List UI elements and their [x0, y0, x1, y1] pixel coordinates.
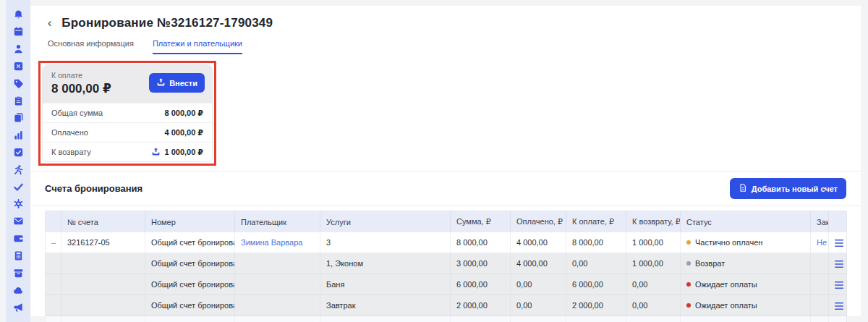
wallet-icon[interactable]	[12, 233, 24, 245]
document-add-icon	[739, 183, 747, 194]
row-menu-icon[interactable]	[829, 295, 847, 316]
add-invoice-button[interactable]: Добавить новый счет	[730, 178, 846, 199]
status-dot	[686, 282, 691, 287]
section-title: Счета бронирования	[45, 183, 142, 194]
invoices-section: Счета бронирования Добавить новый счет №…	[30, 171, 861, 322]
total-label: Итого за бронь:	[61, 316, 145, 322]
row-menu-icon[interactable]	[829, 232, 847, 253]
table-row: Общий счет бронирования Завтрак 2 000,00…	[46, 295, 847, 316]
total-due: 8 000,00	[566, 316, 626, 322]
total-sum: 8 000,00	[451, 316, 511, 322]
mail-icon[interactable]	[12, 216, 24, 227]
col-closed: Закр	[811, 211, 829, 233]
tab-bar: Основная информация Платежи и плательщик…	[30, 30, 861, 54]
cash-in-icon	[156, 77, 166, 88]
table-total-row: Итого за бронь: 8 000,00 4 000,00 8 000,…	[46, 316, 847, 322]
bell-icon[interactable]	[12, 9, 24, 20]
total-refund: 1 000,00	[626, 316, 681, 322]
checkmark-icon[interactable]	[12, 181, 24, 192]
status-badge: Ожидает оплаты	[686, 280, 804, 289]
closed-link[interactable]: Не н	[811, 232, 829, 253]
tab-payments[interactable]: Платежи и плательщики	[153, 39, 242, 54]
main-content: ‹ Бронирование №3216127-1790349 Основная…	[30, 6, 861, 316]
tab-main-info[interactable]: Основная информация	[48, 39, 134, 54]
table-header-row: № счета Номер Плательщик Услуги Сумма, ₽…	[46, 211, 847, 233]
summary-row-refund: К возврату 1 000,00 ₽	[43, 142, 212, 161]
col-due: К оплате, ₽	[566, 211, 626, 233]
bar-chart-icon[interactable]	[12, 130, 24, 141]
status-dot	[686, 303, 691, 308]
gear-icon[interactable]	[12, 198, 24, 210]
documents-icon[interactable]	[12, 112, 24, 124]
page-title: Бронирование №3216127-1790349	[61, 16, 273, 30]
archive-icon[interactable]	[12, 267, 24, 279]
status-dot	[686, 261, 691, 266]
row-menu-icon[interactable]	[829, 253, 847, 274]
table-row: Общий счет бронирования Баня 6 000,00 0,…	[46, 274, 847, 295]
refund-cash-icon[interactable]	[151, 147, 161, 158]
amount-due-block: К оплате 8 000,00 ₽ Внести	[43, 65, 212, 103]
dashboard-icon[interactable]	[12, 60, 24, 72]
payer-link[interactable]: Зимина Варвара	[235, 232, 320, 253]
invoices-table: № счета Номер Плательщик Услуги Сумма, ₽…	[45, 211, 847, 322]
clipboard-icon[interactable]	[12, 95, 24, 106]
person-running-icon[interactable]	[12, 164, 24, 175]
status-badge: Частично оплачен	[686, 238, 804, 247]
collapse-toggle[interactable]: –	[46, 232, 61, 253]
cloud-icon[interactable]	[12, 284, 24, 296]
col-invoice-number: № счета	[61, 211, 145, 233]
total-paid: 4 000,00	[511, 316, 566, 322]
col-number: Номер	[145, 211, 235, 233]
col-services: Услуги	[320, 211, 451, 233]
col-paid: Оплачено, ₽	[511, 211, 566, 233]
row-menu-icon[interactable]	[829, 274, 847, 295]
megaphone-icon[interactable]	[12, 302, 24, 313]
col-refund: К возврату, ₽	[626, 211, 681, 233]
pay-button[interactable]: Внести	[149, 73, 205, 93]
table-row: Общий счет бронирования 1, Эконом 3 000,…	[46, 253, 847, 274]
task-check-icon[interactable]	[12, 147, 24, 158]
status-badge: Ожидает оплаты	[686, 301, 804, 310]
back-chevron-icon[interactable]: ‹	[48, 17, 51, 29]
table-row: – 3216127-05 Общий счет бронирования Зим…	[46, 232, 847, 253]
status-badge: Возврат	[686, 259, 804, 268]
status-dot	[686, 240, 691, 245]
page-header: ‹ Бронирование №3216127-1790349	[30, 6, 861, 30]
user-icon[interactable]	[12, 43, 24, 55]
payment-summary-card: К оплате 8 000,00 ₽ Внести Общая сумма 8…	[42, 64, 213, 162]
tag-icon[interactable]	[12, 77, 24, 89]
summary-row-total: Общая сумма 8 000,00 ₽	[43, 103, 212, 122]
col-payer: Плательщик	[235, 211, 320, 233]
invoices-table-wrap: № счета Номер Плательщик Услуги Сумма, ₽…	[30, 206, 861, 322]
summary-row-paid: Оплачено 4 000,00 ₽	[43, 122, 212, 142]
col-status: Статус	[681, 211, 811, 233]
calendar-icon[interactable]	[12, 26, 24, 38]
app-sidebar	[6, 0, 30, 322]
calculator-icon[interactable]	[12, 250, 24, 261]
payment-summary-zone: К оплате 8 000,00 ₽ Внести Общая сумма 8…	[42, 64, 213, 162]
col-sum: Сумма, ₽	[451, 211, 511, 233]
